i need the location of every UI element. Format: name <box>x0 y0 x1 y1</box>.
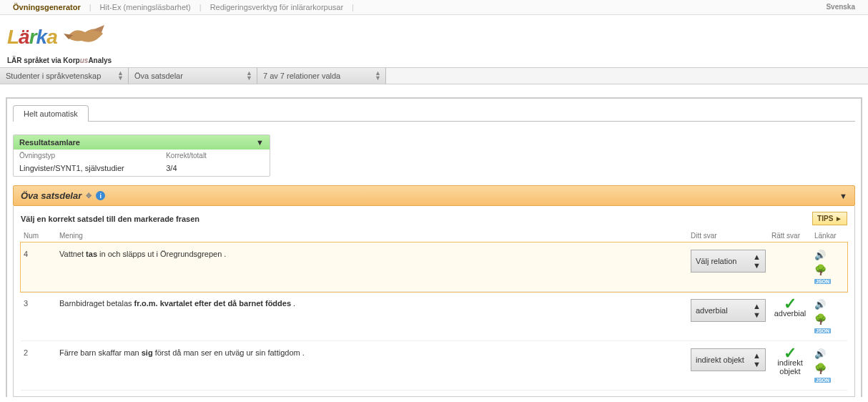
exercise-title: Öva satsdelar <box>21 190 82 201</box>
sound-icon[interactable]: 🔊 <box>814 299 826 310</box>
cell-answer: indirekt objekt▲▼ <box>688 341 769 391</box>
correct-label: adverbial <box>771 309 809 318</box>
language-switch[interactable]: Svenska <box>826 3 861 11</box>
selector-exercise[interactable]: Öva satsdelar ▲▼ <box>129 68 257 84</box>
updown-icon: ▲▼ <box>753 253 761 270</box>
th-num: Num <box>21 230 56 242</box>
nav-separator: | <box>199 3 202 11</box>
results-row: Lingvister/SYNT1, självstudier 3/4 <box>14 162 270 176</box>
selector-relations-label: 7 av 7 relationer valda <box>263 72 340 80</box>
nav-link-hitex[interactable]: Hit-Ex (meningsläsbarhet) <box>94 3 197 11</box>
updown-icon: ▲▼ <box>753 302 761 319</box>
results-col-type: Övningstyp <box>19 152 166 160</box>
exercise-title-group: Öva satsdelar ✥ i <box>21 190 105 201</box>
main-content: Helt automatisk Resultatsamlare ▼ Övning… <box>6 97 862 397</box>
answer-select[interactable]: indirekt objekt▲▼ <box>691 348 766 371</box>
move-icon[interactable]: ✥ <box>86 192 92 200</box>
cell-correct: ✓indirekt objekt <box>769 341 812 391</box>
nav-separator: | <box>89 3 92 11</box>
tips-button[interactable]: TIPS ► <box>812 212 847 225</box>
selector-bar: Studenter i språkvetenskap ▲▼ Öva satsde… <box>0 67 868 84</box>
cell-num: 4 <box>21 242 56 292</box>
check-icon: ✓ <box>771 348 809 358</box>
sound-icon[interactable]: 🔊 <box>814 348 826 359</box>
cell-answer: Välj relation▲▼ <box>688 242 769 292</box>
updown-icon: ▲▼ <box>375 71 380 81</box>
tab-automatic[interactable]: Helt automatisk <box>13 105 89 122</box>
exercise-instruction: Välj en korrekt satsdel till den markera… <box>21 215 199 223</box>
json-badge[interactable]: JSON <box>814 279 831 284</box>
cell-links: 🔊🌳JSON <box>812 242 847 292</box>
cell-links: 🔊🌳JSON <box>812 341 847 391</box>
results-header[interactable]: Resultatsamlare ▼ <box>14 135 270 149</box>
updown-icon: ▲▼ <box>753 351 761 368</box>
check-icon: ✓ <box>771 299 809 309</box>
selector-audience[interactable]: Studenter i språkvetenskap ▲▼ <box>0 68 129 84</box>
tagline: LÄR språket via KorpusAnalys <box>0 57 868 67</box>
bird-icon <box>60 19 110 55</box>
nav-separator: | <box>352 3 354 11</box>
tree-icon[interactable]: 🌳 <box>814 313 827 325</box>
cell-num: 2 <box>21 341 56 391</box>
top-nav-links: Övningsgenerator | Hit-Ex (meningsläsbar… <box>7 3 354 11</box>
updown-icon: ▲▼ <box>117 71 122 81</box>
exercise-table: Num Mening Ditt svar Rätt svar Länkar 4V… <box>21 230 847 391</box>
chevron-down-icon: ▼ <box>256 138 264 147</box>
th-correct: Rätt svar <box>769 230 812 242</box>
nav-link-generator[interactable]: Övningsgenerator <box>7 3 87 11</box>
correct-label: indirekt objekt <box>771 358 809 376</box>
th-answer: Ditt svar <box>688 230 769 242</box>
results-collector: Resultatsamlare ▼ Övningstyp Korrekt/tot… <box>13 134 270 177</box>
selector-relations[interactable]: 7 av 7 relationer valda ▲▼ <box>257 68 386 84</box>
results-title: Resultatsamlare <box>19 138 80 147</box>
cell-correct <box>769 242 812 292</box>
selector-exercise-label: Öva satsdelar <box>134 72 183 80</box>
sound-icon[interactable]: 🔊 <box>814 250 826 260</box>
results-col-score: Korrekt/totalt <box>166 152 264 160</box>
logo-text: Lärka <box>7 26 57 49</box>
cell-sentence: Vattnet tas in och släpps ut i Öregrunds… <box>56 242 688 292</box>
table-row: 3Barnbidraget betalas fr.o.m. kvartalet … <box>21 292 847 341</box>
cell-num: 3 <box>21 292 56 341</box>
top-nav: Övningsgenerator | Hit-Ex (meningsläsbar… <box>0 0 868 15</box>
table-row: 4Vattnet tas in och släpps ut i Öregrund… <box>21 242 847 292</box>
cell-sentence: Färre barn skaffar man sig först då man … <box>56 341 688 391</box>
info-icon[interactable]: i <box>96 191 105 200</box>
th-sentence: Mening <box>56 230 688 242</box>
results-column-headers: Övningstyp Korrekt/totalt <box>14 149 270 162</box>
tree-icon[interactable]: 🌳 <box>814 264 827 275</box>
cell-answer: adverbial▲▼ <box>688 292 769 341</box>
tab-strip: Helt automatisk <box>13 104 855 122</box>
cell-links: 🔊🌳JSON <box>812 292 847 341</box>
chevron-down-icon[interactable]: ▼ <box>839 192 847 200</box>
exercise-header: Öva satsdelar ✥ i ▼ <box>13 185 855 206</box>
th-links: Länkar <box>812 230 847 242</box>
exercise-body: Välj en korrekt satsdel till den markera… <box>13 206 855 397</box>
results-row-type: Lingvister/SYNT1, självstudier <box>19 164 166 172</box>
answer-select[interactable]: Välj relation▲▼ <box>691 250 766 273</box>
cell-correct: ✓adverbial <box>769 292 812 341</box>
logo: Lärka <box>0 15 868 57</box>
table-row: 2Färre barn skaffar man sig först då man… <box>21 341 847 391</box>
instruction-row: Välj en korrekt satsdel till den markera… <box>21 212 847 225</box>
json-badge[interactable]: JSON <box>814 328 831 333</box>
results-row-score: 3/4 <box>166 164 264 172</box>
json-badge[interactable]: JSON <box>814 378 831 383</box>
cell-sentence: Barnbidraget betalas fr.o.m. kvartalet e… <box>56 292 688 341</box>
tree-icon[interactable]: 🌳 <box>814 363 827 374</box>
updown-icon: ▲▼ <box>246 71 251 81</box>
nav-link-editor[interactable]: Redigeringsverktyg för inlärarkorpusar <box>204 3 349 11</box>
selector-audience-label: Studenter i språkvetenskap <box>6 72 101 80</box>
answer-select[interactable]: adverbial▲▼ <box>691 299 766 322</box>
